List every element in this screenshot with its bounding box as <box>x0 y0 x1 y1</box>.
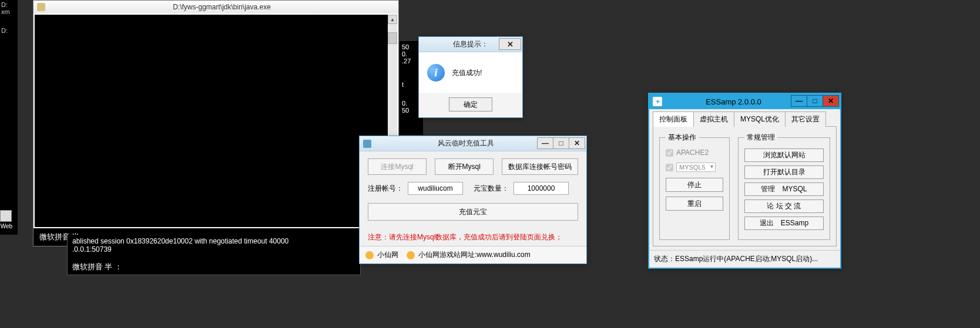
recharge-notice: 注意：请先连接Mysql数据库，充值成功后请到登陆页面兑换； <box>360 228 586 246</box>
db-credentials-button[interactable]: 数据库连接帐号密码 <box>502 158 578 175</box>
ime-status: 微软拼音 半 ： <box>72 262 355 272</box>
essamp-window: ✶ ESSamp 2.0.0.0 — □ ✕ 控制面板 虚拟主机 MYSQL优化… <box>648 93 841 269</box>
connect-mysql-button[interactable]: 连接Mysql <box>368 158 427 175</box>
status-label: 状态： <box>654 255 675 263</box>
footer-link-url[interactable]: 小仙网游戏站网址:www.wudiliu.com <box>418 250 531 260</box>
console-line: .0.0.1:50739 <box>72 245 355 253</box>
java-console-window: D:\fyws-ggmart\jdk\bin\java.exe ▲ ▼ 微软拼音… <box>33 0 399 246</box>
exit-essamp-button[interactable]: 退出 ESSamp <box>744 217 824 230</box>
background-console-left: D: xm D: <box>0 0 18 235</box>
lower-console-window: ablished session 0x18392620de10002 with … <box>67 235 361 275</box>
stop-button[interactable]: 停止 <box>666 178 723 192</box>
forum-button[interactable]: 论 坛 交 流 <box>744 199 824 213</box>
manage-mysql-button[interactable]: 管理 MYSQL <box>744 182 824 196</box>
disconnect-mysql-button[interactable]: 断开Mysql <box>435 158 494 175</box>
minimize-button[interactable]: — <box>537 137 553 149</box>
status-text: ESSamp运行中(APACHE启动;MYSQL启动)... <box>675 255 818 263</box>
ok-button[interactable]: 确定 <box>449 97 492 111</box>
essamp-titlebar[interactable]: ✶ ESSamp 2.0.0.0 — □ ✕ <box>649 94 840 109</box>
java-console-titlebar[interactable]: D:\fyws-ggmart\jdk\bin\java.exe <box>33 1 398 13</box>
java-console-body: ▲ ▼ <box>35 15 397 227</box>
recharge-titlebar[interactable]: 风云临时充值工具 — □ ✕ <box>360 136 586 151</box>
manage-legend: 常规管理 <box>744 133 777 143</box>
amount-input[interactable] <box>514 182 569 195</box>
maximize-button[interactable]: □ <box>807 95 823 107</box>
mysql-checkbox[interactable] <box>666 164 673 171</box>
app-icon <box>363 140 371 148</box>
maximize-button[interactable]: □ <box>553 137 569 149</box>
tab-other-settings[interactable]: 其它设置 <box>785 111 826 127</box>
open-dir-button[interactable]: 打开默认目录 <box>744 165 824 179</box>
info-message: 充值成功! <box>452 68 482 78</box>
scroll-up-icon[interactable]: ▲ <box>388 15 397 24</box>
scroll-thumb[interactable] <box>388 32 397 44</box>
console-line: ablished session 0x18392620de10002 with … <box>72 237 355 245</box>
account-label: 注册帐号： <box>368 184 403 194</box>
apache-label: APACHE2 <box>676 148 709 157</box>
essamp-tabs: 控制面板 虚拟主机 MYSQL优化 其它设置 <box>649 109 840 127</box>
tab-mysql-opt[interactable]: MYSQL优化 <box>734 111 786 127</box>
minimize-button[interactable]: — <box>791 95 807 107</box>
mysql-select[interactable]: MYSQL5 <box>676 163 716 172</box>
info-dialog-titlebar[interactable]: 信息提示： ✕ <box>419 37 522 52</box>
close-button[interactable]: ✕ <box>823 95 839 107</box>
essamp-icon: ✶ <box>653 97 662 106</box>
globe-icon <box>365 251 374 259</box>
close-button[interactable]: ✕ <box>499 38 521 50</box>
browse-site-button[interactable]: 浏览默认网站 <box>744 148 824 162</box>
footer-link-site[interactable]: 小仙网 <box>377 250 398 260</box>
tab-control-panel[interactable]: 控制面板 <box>653 111 694 127</box>
recharge-button[interactable]: 充值元宝 <box>368 203 578 221</box>
desktop-web-icon[interactable]: Web <box>0 210 13 229</box>
info-dialog-title: 信息提示： <box>453 39 488 49</box>
folder-icon <box>0 210 12 222</box>
apache-checkbox[interactable] <box>666 149 673 157</box>
amount-label: 元宝数量： <box>474 184 509 194</box>
java-icon <box>37 3 45 11</box>
globe-icon <box>407 251 415 259</box>
restart-button[interactable]: 重启 <box>666 197 723 211</box>
close-button[interactable]: ✕ <box>569 137 585 149</box>
manage-fieldset: 常规管理 浏览默认网站 打开默认目录 管理 MYSQL 论 坛 交 流 退出 E… <box>738 133 830 240</box>
basic-ops-fieldset: 基本操作 APACHE2 MYSQL5 停止 重启 <box>659 133 730 240</box>
recharge-tool-window: 风云临时充值工具 — □ ✕ 连接Mysql 断开Mysql 数据库连接帐号密码… <box>359 136 587 264</box>
account-input[interactable] <box>408 182 463 195</box>
info-icon: i <box>427 64 445 82</box>
java-console-title: D:\fyws-ggmart\jdk\bin\java.exe <box>49 3 395 11</box>
essamp-status: 状态：ESSamp运行中(APACHE启动;MYSQL启动)... <box>649 250 840 268</box>
basic-ops-legend: 基本操作 <box>666 133 699 143</box>
tab-virtual-host[interactable]: 虚拟主机 <box>693 111 734 127</box>
info-dialog: 信息提示： ✕ i 充值成功! 确定 <box>418 36 523 118</box>
recharge-footer: 小仙网 小仙网游戏站网址:www.wudiliu.com <box>360 246 586 263</box>
